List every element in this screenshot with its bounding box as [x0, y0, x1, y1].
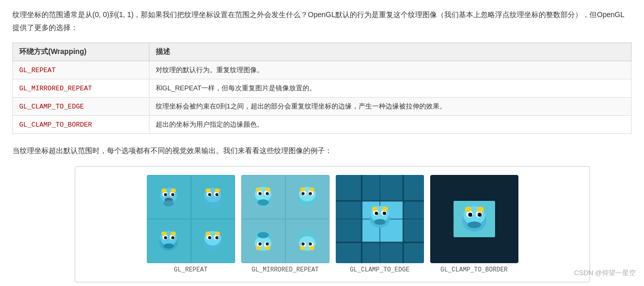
svg-point-88	[382, 206, 388, 211]
image-repeat	[147, 175, 235, 263]
mirrored-tile-3	[241, 219, 285, 263]
images-container: GL_REPEAT	[75, 166, 590, 282]
image-item-repeat: GL_REPEAT	[147, 175, 235, 274]
image-mirrored	[241, 175, 330, 263]
label-clamp-edge: GL_CLAMP_TO_EDGE	[350, 266, 409, 274]
watermark: CSDN @仰望一星空	[574, 268, 636, 278]
svg-point-8	[171, 188, 176, 193]
image-item-mirrored: GL_MIRRORED_REPEAT	[241, 175, 330, 274]
table-row: GL_CLAMP_TO_EDGE 纹理坐标会被约束在0到1之间，超出的部分会重复…	[13, 98, 632, 116]
table-row: GL_MIRRORED_REPEAT 和GL_REPEAT一样，但每次重复图片是…	[13, 79, 632, 98]
mirrored-tile-2	[285, 175, 330, 219]
table-row: GL_REPEAT 对纹理的默认行为。重复纹理图像。	[13, 61, 632, 79]
row-code: GL_CLAMP_TO_EDGE	[13, 98, 149, 116]
row-code: GL_MIRRORED_REPEAT	[13, 79, 149, 98]
mirrored-svg-1	[250, 184, 276, 210]
svg-point-96	[464, 207, 471, 212]
clamp-border-face-svg	[456, 202, 492, 236]
clamp-border-inner	[454, 201, 495, 237]
mirrored-svg-3	[250, 228, 276, 254]
face-svg-2	[200, 184, 226, 210]
svg-point-95	[477, 213, 482, 217]
images-row: GL_REPEAT	[147, 175, 518, 274]
wrapping-table: 环绕方式(Wrapping) 描述 GL_REPEAT 对纹理的默认行为。重复纹…	[12, 43, 632, 134]
tile-2	[191, 175, 235, 219]
svg-point-15	[215, 193, 218, 196]
mirrored-svg-4	[294, 228, 320, 254]
mirrored-svg-2	[294, 184, 320, 210]
svg-point-31	[208, 236, 211, 239]
svg-point-32	[215, 236, 218, 239]
table-row: GL_CLAMP_TO_BORDER 超出的坐标为用户指定的边缘颜色。	[13, 116, 632, 134]
mirrored-tile-1	[241, 175, 285, 219]
svg-point-23	[171, 236, 174, 239]
image-clamp-edge	[336, 175, 424, 263]
svg-point-34	[215, 231, 220, 236]
svg-point-5	[171, 193, 174, 196]
tile-3	[147, 219, 191, 263]
row-code: GL_CLAMP_TO_BORDER	[13, 116, 149, 134]
center-face	[365, 202, 394, 233]
row-desc: 超出的坐标为用户指定的边缘颜色。	[149, 116, 631, 134]
svg-point-42	[265, 187, 270, 192]
image-item-clamp-border: GL_CLAMP_TO_BORDER	[430, 175, 518, 274]
center-face-svg	[365, 202, 394, 231]
svg-point-33	[205, 231, 211, 236]
svg-point-14	[208, 193, 211, 196]
face-svg-4	[200, 228, 226, 254]
svg-point-89	[374, 219, 386, 225]
svg-point-22	[164, 236, 167, 239]
image-clamp-border	[430, 175, 518, 263]
row-code: GL_REPEAT	[13, 61, 149, 79]
svg-point-87	[372, 206, 377, 211]
svg-point-4	[164, 193, 167, 196]
caption-paragraph: 当纹理坐标超出默认范围时，每个选项都有不同的视觉效果输出。我们来看看这些纹理图像…	[12, 144, 632, 157]
row-desc: 和GL_REPEAT一样，但每次重复图片是镜像放置的。	[149, 79, 631, 98]
tile-4	[191, 219, 235, 263]
svg-point-60	[257, 232, 269, 238]
svg-point-98	[468, 222, 481, 228]
col1-header: 环绕方式(Wrapping)	[13, 43, 149, 61]
face-svg-3	[156, 228, 182, 254]
svg-point-43	[257, 199, 269, 206]
svg-point-94	[468, 213, 472, 217]
svg-point-97	[477, 207, 484, 212]
svg-point-24	[161, 231, 167, 236]
image-item-clamp-edge: GL_CLAMP_TO_EDGE	[336, 175, 424, 274]
svg-point-26	[163, 243, 174, 249]
svg-point-39	[258, 192, 262, 195]
svg-point-16	[205, 188, 211, 193]
label-repeat: GL_REPEAT	[174, 266, 208, 274]
row-desc: 纹理坐标会被约束在0到1之间，超出的部分会重复纹理坐标的边缘，产生一种边缘被拉伸…	[149, 98, 631, 116]
svg-point-17	[215, 188, 220, 193]
svg-point-41	[256, 187, 261, 192]
svg-point-9	[163, 200, 174, 207]
svg-point-86	[382, 211, 386, 215]
svg-point-85	[375, 211, 378, 215]
label-clamp-border: GL_CLAMP_TO_BORDER	[441, 266, 508, 274]
svg-point-40	[266, 192, 269, 195]
svg-point-25	[171, 231, 176, 236]
intro-paragraph: 纹理坐标的范围通常是从(0, 0)到(1, 1)，那如果我们把纹理坐标设置在范围…	[12, 8, 632, 34]
mirrored-tile-4	[285, 219, 330, 263]
face-svg-1	[156, 184, 182, 210]
tile-1	[147, 175, 191, 219]
row-desc: 对纹理的默认行为。重复纹理图像。	[149, 61, 631, 79]
svg-point-7	[161, 188, 167, 193]
col2-header: 描述	[149, 43, 631, 61]
label-mirrored: GL_MIRRORED_REPEAT	[252, 266, 319, 274]
